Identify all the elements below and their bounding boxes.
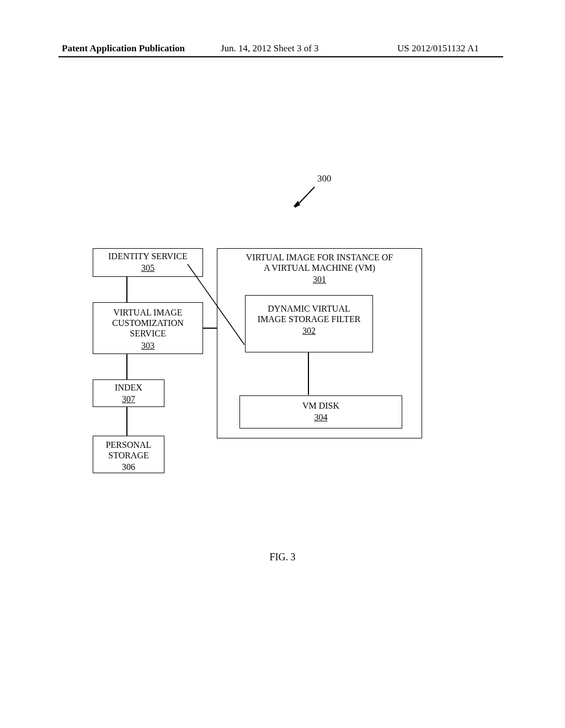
box-index: INDEX 307	[93, 379, 164, 407]
box-storage-filter: DYNAMIC VIRTUAL IMAGE STORAGE FILTER 302	[245, 295, 373, 352]
connector-307-306	[126, 407, 127, 436]
box-number: 301	[313, 274, 326, 285]
box-number: 307	[122, 394, 135, 404]
box-number: 305	[141, 263, 154, 273]
connector-302-304	[308, 352, 309, 395]
reference-number-300: 300	[317, 173, 332, 184]
box-title: IDENTITY SERVICE	[93, 251, 202, 261]
box-number: 302	[302, 325, 316, 336]
box-vm-disk: VM DISK 304	[239, 395, 402, 429]
box-title-l2: STORAGE	[93, 450, 164, 461]
box-title-l2: IMAGE STORAGE FILTER	[246, 314, 372, 324]
figure-caption: FIG. 3	[0, 552, 565, 563]
box-title-l1: VIRTUAL IMAGE FOR INSTANCE OF	[217, 252, 422, 263]
svg-marker-1	[294, 201, 300, 207]
header-right: US 2012/0151132 A1	[397, 43, 479, 54]
box-title-l1: DYNAMIC VIRTUAL	[246, 303, 372, 314]
box-title: INDEX	[93, 382, 164, 393]
diagram-figure: 300 IDENTITY SERVICE 305 VIRTUAL IMAGE C…	[0, 165, 565, 518]
box-number: 304	[315, 412, 328, 422]
reference-arrow-icon	[287, 184, 320, 212]
page-header: Patent Application Publication Jun. 14, …	[0, 43, 565, 56]
header-left: Patent Application Publication	[62, 43, 185, 54]
box-number: 303	[141, 340, 154, 351]
box-title-l1: PERSONAL	[93, 440, 164, 450]
box-personal-storage: PERSONAL STORAGE 306	[93, 436, 164, 473]
connector-303-307	[126, 354, 127, 379]
box-number: 306	[122, 462, 135, 472]
connector-305-302-diagonal	[185, 262, 257, 353]
header-center: Jun. 14, 2012 Sheet 3 of 3	[221, 43, 319, 54]
connector-303-301	[203, 328, 217, 329]
box-title: VM DISK	[240, 400, 402, 411]
connector-305-303	[126, 277, 127, 302]
svg-line-2	[188, 264, 244, 345]
header-rule	[58, 56, 503, 57]
